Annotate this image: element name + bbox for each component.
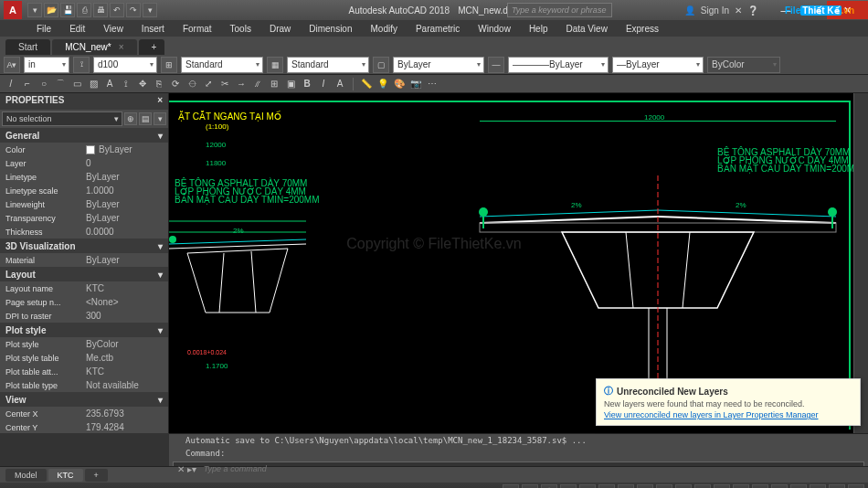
notification-link[interactable]: View unreconciled new layers in Layer Pr… bbox=[604, 410, 852, 419]
ltype-icon[interactable]: — bbox=[488, 57, 504, 73]
props-value[interactable]: ByLayer bbox=[82, 143, 168, 156]
layer-combo[interactable]: ByLayer bbox=[393, 57, 484, 73]
style-icon[interactable]: ⊞ bbox=[161, 57, 177, 73]
props-value[interactable]: ByLayer bbox=[82, 197, 168, 211]
ortho-icon[interactable]: └ bbox=[541, 484, 557, 488]
props-value[interactable]: 0.0000 bbox=[82, 225, 168, 239]
props-group-general[interactable]: General▾ bbox=[0, 128, 168, 143]
menu-modify[interactable]: Modify bbox=[362, 22, 407, 36]
isolate-icon[interactable]: ◉ bbox=[810, 484, 826, 488]
qprops-icon[interactable]: ▤ bbox=[771, 484, 788, 488]
props-value[interactable]: Not available bbox=[82, 378, 168, 392]
pickadd-icon[interactable]: ▤ bbox=[139, 112, 152, 125]
polar-icon[interactable]: ⊙ bbox=[560, 484, 577, 488]
osnap-icon[interactable]: □ bbox=[579, 484, 596, 488]
qat-undo-icon[interactable]: ↶ bbox=[110, 3, 124, 17]
transp-icon[interactable]: ◫ bbox=[637, 484, 653, 488]
qat-plot-icon[interactable]: 🖶 bbox=[93, 3, 108, 17]
scale-icon[interactable]: ⤢ bbox=[201, 77, 216, 91]
linetype-combo[interactable]: ———— ByLayer bbox=[508, 57, 609, 73]
annomon-icon[interactable]: 人 bbox=[694, 484, 711, 488]
menu-parametric[interactable]: Parametric bbox=[407, 22, 469, 36]
props-row[interactable]: Thickness0.0000 bbox=[0, 225, 168, 239]
props-row[interactable]: Layout nameKTC bbox=[0, 281, 168, 295]
array-icon[interactable]: ⊞ bbox=[267, 77, 281, 91]
menu-draw[interactable]: Draw bbox=[260, 22, 300, 36]
menu-help[interactable]: Help bbox=[520, 22, 557, 36]
close-tab-icon[interactable]: × bbox=[119, 42, 124, 52]
menu-express[interactable]: Express bbox=[617, 22, 668, 36]
props-row[interactable]: Plot style tableMe.ctb bbox=[0, 351, 168, 365]
props-row[interactable]: Center X235.6793 bbox=[0, 407, 168, 420]
camera-icon[interactable]: 📷 bbox=[408, 77, 423, 91]
menu-view[interactable]: View bbox=[94, 22, 132, 36]
bold-icon[interactable]: B bbox=[300, 77, 314, 91]
block-icon[interactable]: ▣ bbox=[283, 77, 298, 91]
custom-icon[interactable]: ≡ bbox=[848, 484, 864, 488]
props-row[interactable]: LinetypeByLayer bbox=[0, 170, 168, 184]
render-icon[interactable]: 🎨 bbox=[392, 77, 407, 91]
menu-file[interactable]: File bbox=[27, 22, 60, 36]
lweight-icon[interactable]: ≡ bbox=[618, 484, 634, 488]
props-row[interactable]: Plot table att...KTC bbox=[0, 365, 168, 378]
textstyle-combo[interactable]: Standard bbox=[181, 57, 263, 73]
props-row[interactable]: Plot styleByColor bbox=[0, 337, 168, 351]
props-row[interactable]: MaterialByLayer bbox=[0, 253, 168, 267]
props-value[interactable]: 300 bbox=[82, 309, 168, 323]
copy-icon[interactable]: ⎘ bbox=[152, 77, 166, 91]
font-icon[interactable]: A bbox=[333, 77, 347, 91]
grid-icon[interactable]: ⊞ bbox=[503, 484, 519, 488]
props-value[interactable]: ByLayer bbox=[82, 253, 168, 267]
arc-icon[interactable]: ⌒ bbox=[53, 77, 68, 91]
measure-icon[interactable]: 📏 bbox=[359, 77, 374, 91]
menu-dataview[interactable]: Data View bbox=[556, 22, 616, 36]
lineweight-combo[interactable]: — ByLayer bbox=[612, 57, 704, 73]
props-value[interactable]: KTC bbox=[82, 365, 168, 378]
workspace-icon[interactable]: ⚙ bbox=[733, 484, 749, 488]
props-value[interactable]: ByLayer bbox=[82, 170, 168, 184]
props-group-plot-style[interactable]: Plot style▾ bbox=[0, 323, 168, 337]
help-icon[interactable]: ❔ bbox=[747, 5, 758, 16]
annotation-scale-combo[interactable]: in bbox=[24, 57, 69, 73]
props-row[interactable]: Plot table typeNot available bbox=[0, 378, 168, 392]
exchange-icon[interactable]: ✕ bbox=[735, 5, 742, 16]
layout-tab-add[interactable]: + bbox=[85, 469, 108, 482]
cleanscreen-icon[interactable]: ⛶ bbox=[829, 484, 845, 488]
more-icon[interactable]: ⋯ bbox=[425, 77, 439, 91]
command-input[interactable] bbox=[200, 464, 863, 473]
quickselect-icon[interactable]: ⊕ bbox=[124, 112, 137, 125]
pline-icon[interactable]: ⌐ bbox=[20, 77, 35, 91]
props-value[interactable]: <None> bbox=[82, 295, 168, 309]
props-group-3d-visualization[interactable]: 3D Visualization▾ bbox=[0, 239, 168, 253]
annotation-icon[interactable]: A▾ bbox=[4, 57, 20, 73]
props-value[interactable]: KTC bbox=[82, 281, 168, 295]
offset-icon[interactable]: ⫽ bbox=[250, 77, 265, 91]
qat-more-icon[interactable]: ▾ bbox=[143, 3, 157, 17]
props-close-icon[interactable]: × bbox=[157, 95, 163, 108]
text-icon[interactable]: A bbox=[102, 77, 117, 91]
menu-window[interactable]: Window bbox=[469, 22, 520, 36]
qat-saveas-icon[interactable]: ⎙ bbox=[77, 3, 91, 17]
tab-active-document[interactable]: MCN_new*× bbox=[52, 39, 136, 55]
props-row[interactable]: Page setup n...<None> bbox=[0, 295, 168, 309]
extend-icon[interactable]: → bbox=[234, 77, 249, 91]
props-value[interactable]: Me.ctb bbox=[82, 351, 168, 365]
props-row[interactable]: TransparencyByLayer bbox=[0, 211, 168, 225]
layout-tab-ktc[interactable]: KTC bbox=[48, 469, 83, 482]
props-row[interactable]: ColorByLayer bbox=[0, 143, 168, 156]
italic-icon[interactable]: I bbox=[316, 77, 331, 91]
props-value[interactable]: 179.4284 bbox=[82, 420, 168, 433]
props-group-view[interactable]: View▾ bbox=[0, 392, 168, 407]
layout-tab-model[interactable]: Model bbox=[5, 469, 47, 482]
dim-icon2[interactable]: ⟟ bbox=[119, 77, 133, 91]
menu-edit[interactable]: Edit bbox=[60, 22, 94, 36]
menu-dimension[interactable]: Dimension bbox=[300, 22, 361, 36]
props-value[interactable]: ByLayer bbox=[82, 211, 168, 225]
props-row[interactable]: DPI to raster300 bbox=[0, 309, 168, 323]
qat-save-icon[interactable]: 💾 bbox=[60, 3, 75, 17]
trim-icon[interactable]: ✂ bbox=[217, 77, 232, 91]
new-tab-button[interactable]: + bbox=[139, 39, 164, 55]
qat-redo-icon[interactable]: ↷ bbox=[126, 3, 141, 17]
signin-button[interactable]: Sign In bbox=[701, 5, 729, 16]
units-icon[interactable]: ▭ bbox=[752, 484, 768, 488]
